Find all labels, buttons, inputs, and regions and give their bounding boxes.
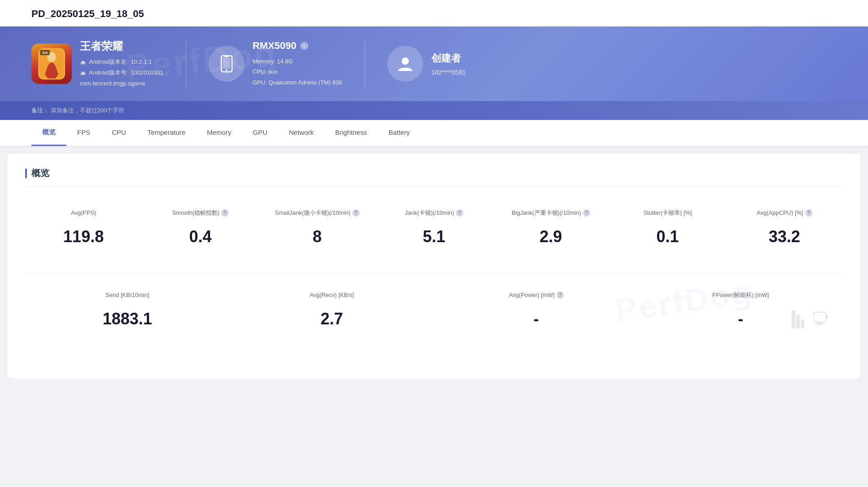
metric-avg-recv-value: 2.7 [237, 310, 427, 328]
metric-jank: Jank(卡顿)(/10min) ? 5.1 [376, 196, 492, 255]
metric-jank-label: Jank(卡顿)(/10min) ? [383, 205, 485, 221]
tab-memory[interactable]: Memory [196, 120, 242, 146]
metric-fpower: FPower(帧能耗) [mW] - [639, 278, 843, 337]
package-name: com.tencent.tmgp.sgame [80, 79, 145, 89]
device-info-icon[interactable]: i [300, 42, 308, 50]
tab-battery[interactable]: Battery [378, 120, 421, 146]
app-section: 5v5 王者荣耀 Android版本名: 10.2.1.1 Android版本号… [31, 39, 186, 89]
metric-avg-power: Avg(Power) [mW] ? - [434, 278, 639, 337]
app-icon: 5v5 [31, 44, 72, 84]
bottom-icons [790, 310, 829, 328]
metric-smooth: Smooth(稳帧指数) ? 0.4 [142, 196, 259, 255]
metric-avg-app-cpu: Avg(AppCPU) [%] ? 33.2 [726, 196, 843, 255]
version-name-label: Android版本名: [89, 57, 128, 67]
metric-stutter-label: Stutter(卡顿率) [%] [616, 205, 719, 221]
avg-app-cpu-help-icon[interactable]: ? [805, 209, 812, 217]
metric-avg-app-cpu-value: 33.2 [733, 227, 836, 246]
metric-stutter: Stutter(卡顿率) [%] 0.1 [609, 196, 726, 255]
device-icon [209, 46, 245, 82]
svg-point-7 [226, 69, 228, 71]
metric-big-jank-label: BigJank(严重卡顿)(/10min) ? [500, 205, 602, 221]
device-name: RMX5090 [253, 40, 297, 52]
notes-content: 添加备注，不超过200个字符 [51, 107, 125, 114]
svg-point-9 [402, 58, 409, 65]
metric-send-label: Send [KB/10min] [32, 287, 223, 303]
svg-rect-16 [826, 315, 828, 319]
tab-gpu[interactable]: GPU [242, 120, 278, 146]
metrics-row1: Avg(FPS) 119.8 Smooth(稳帧指数) ? 0.4 SmallJ… [25, 196, 843, 255]
version-code-label: Android版本号: [89, 68, 128, 78]
tab-temperature[interactable]: Temperature [137, 120, 196, 146]
metric-avg-fps-value: 119.8 [32, 227, 135, 246]
section-title: 概览 [25, 167, 843, 187]
metric-small-jank: SmallJank(微小卡顿)(/10min) ? 8 [259, 196, 376, 255]
version-name: 10.2.1.1 [131, 57, 152, 67]
metric-send: Send [KB/10min] 1883.1 [25, 278, 230, 337]
user-info: 创建者 182****0581 [431, 52, 465, 76]
app-name: 王者荣耀 [80, 39, 163, 53]
svg-rect-14 [817, 322, 822, 324]
svg-rect-6 [223, 58, 230, 68]
metric-smooth-label: Smooth(稳帧指数) ? [149, 205, 251, 221]
svg-rect-15 [815, 324, 824, 325]
nav-tabs: 概览 FPS CPU Temperature Memory GPU Networ… [0, 120, 868, 146]
metric-avg-power-value: - [441, 310, 631, 328]
metric-big-jank: BigJank(严重卡顿)(/10min) ? 2.9 [492, 196, 609, 255]
metric-stutter-value: 0.1 [616, 227, 719, 246]
main-content: 概览 Avg(FPS) 119.8 Smooth(稳帧指数) ? 0.4 Sma… [7, 154, 861, 378]
section-title-bar [25, 168, 27, 178]
notes-label: 备注： [31, 107, 49, 114]
metric-jank-value: 5.1 [383, 227, 485, 246]
svg-rect-13 [813, 312, 826, 322]
user-label: 创建者 [431, 52, 465, 65]
small-jank-help-icon[interactable]: ? [352, 209, 359, 217]
app-meta: Android版本名: 10.2.1.1 Android版本号: 1002010… [80, 57, 163, 89]
tab-network[interactable]: Network [278, 120, 324, 146]
metric-avg-power-label: Avg(Power) [mW] ? [441, 287, 631, 303]
metric-smooth-value: 0.4 [149, 227, 251, 246]
jank-help-icon[interactable]: ? [456, 209, 463, 217]
metric-avg-app-cpu-label: Avg(AppCPU) [%] ? [733, 205, 836, 221]
tab-brightness[interactable]: Brightness [324, 120, 378, 146]
notes-bar: 备注： 添加备注，不超过200个字符 [0, 101, 868, 120]
metric-avg-recv: Avg(Recv) [KB/s] 2.7 [230, 278, 434, 337]
metric-avg-fps-label: Avg(FPS) [32, 205, 135, 221]
device-specs: Memory: 14.8G CPU: sun GPU: Qualcomm Adr… [253, 56, 342, 88]
big-jank-help-icon[interactable]: ? [583, 209, 590, 217]
tab-overview[interactable]: 概览 [31, 120, 66, 146]
tab-cpu[interactable]: CPU [101, 120, 137, 146]
svg-rect-12 [801, 319, 804, 328]
metric-send-value: 1883.1 [32, 310, 223, 328]
svg-text:5v5: 5v5 [42, 51, 48, 54]
header-banner: 5v5 王者荣耀 Android版本名: 10.2.1.1 Android版本号… [0, 27, 868, 101]
metric-small-jank-value: 8 [266, 227, 368, 246]
metric-avg-fps: Avg(FPS) 119.8 [25, 196, 142, 255]
svg-rect-11 [796, 315, 800, 328]
metric-fpower-label: FPower(帧能耗) [mW] [646, 287, 836, 303]
user-section: 创建者 182****0581 [365, 46, 465, 82]
svg-rect-10 [792, 310, 795, 328]
main-wrapper: 概览 Avg(FPS) 119.8 Smooth(稳帧指数) ? 0.4 Sma… [25, 167, 843, 337]
smooth-help-icon[interactable]: ? [221, 209, 228, 217]
section-title-text: 概览 [31, 167, 49, 179]
metrics-row2: Send [KB/10min] 1883.1 Avg(Recv) [KB/s] … [25, 278, 843, 337]
metric-small-jank-label: SmallJank(微小卡顿)(/10min) ? [266, 205, 368, 221]
version-code: 1002010101 [131, 68, 163, 78]
metrics-divider [25, 273, 843, 274]
app-info: 王者荣耀 Android版本名: 10.2.1.1 Android版本号: 10… [80, 39, 163, 89]
device-section: RMX5090 i Memory: 14.8G CPU: sun GPU: Qu… [186, 40, 365, 88]
device-info: RMX5090 i Memory: 14.8G CPU: sun GPU: Qu… [253, 40, 342, 88]
user-icon [387, 46, 423, 82]
tab-fps[interactable]: FPS [66, 120, 101, 146]
avg-power-help-icon[interactable]: ? [557, 292, 564, 299]
metric-avg-recv-label: Avg(Recv) [KB/s] [237, 287, 427, 303]
page-title: PD_20250125_19_18_05 [0, 0, 868, 27]
device-name-row: RMX5090 i [253, 40, 342, 52]
user-phone: 182****0581 [431, 69, 465, 76]
metric-big-jank-value: 2.9 [500, 227, 602, 246]
